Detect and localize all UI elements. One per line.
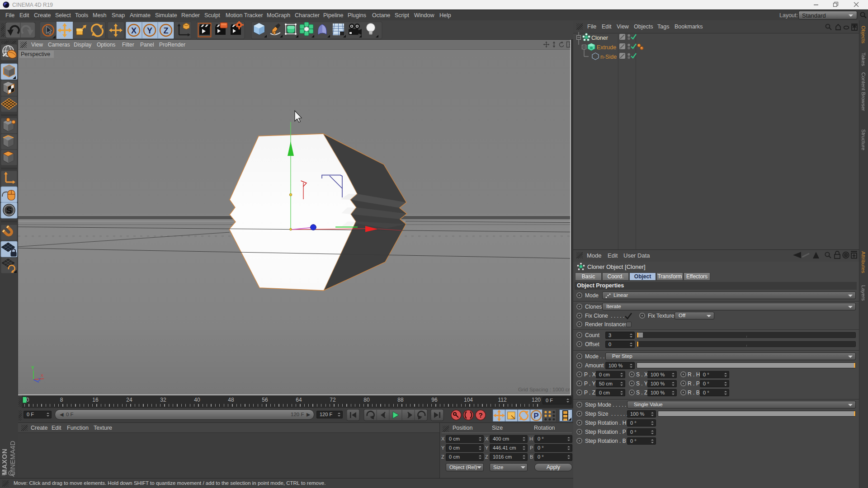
svg-text:Cloner: Cloner <box>591 35 608 41</box>
svg-text:Y: Y <box>147 26 152 35</box>
svg-text:Z: Z <box>38 377 41 382</box>
svg-text:Grid Spacing : 1000 cm: Grid Spacing : 1000 cm <box>518 387 572 392</box>
svg-text:X: X <box>131 26 137 35</box>
svg-text:X: X <box>41 373 43 378</box>
svg-text:?: ? <box>478 411 482 419</box>
svg-text:S: S <box>6 206 12 215</box>
svg-text:Z: Z <box>164 26 169 35</box>
svg-text:n-Side: n-Side <box>600 54 617 60</box>
svg-text:Y: Y <box>31 366 34 371</box>
svg-text:Extrude: Extrude <box>597 44 616 51</box>
svg-text:P: P <box>533 412 538 420</box>
